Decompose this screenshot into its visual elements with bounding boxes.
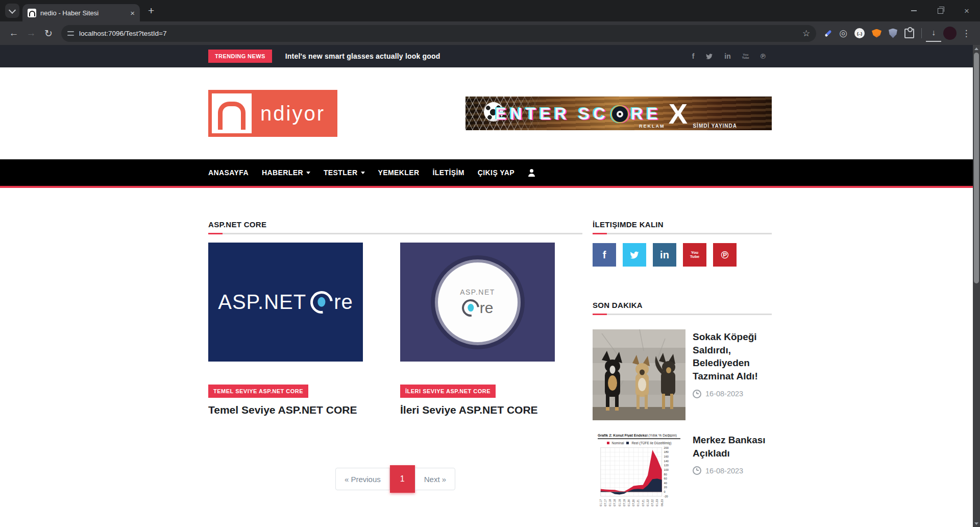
linkedin-button[interactable]: in — [653, 243, 676, 267]
bookmark-star-icon[interactable]: ☆ — [802, 28, 810, 39]
main-nav: ANASAYFA HABERLER TESTLER YEMEKLER İLETİ… — [0, 159, 980, 188]
site-logo[interactable]: ndiyor — [208, 90, 337, 137]
toolbar-divider — [921, 28, 922, 38]
test-card-temel: ASP.NET re TEMEL SEVIYE ASP.NET CORE Tem… — [208, 243, 363, 416]
address-bar[interactable]: localhost:7096/Test?testId=7 ☆ — [61, 25, 816, 42]
tab-search-button[interactable] — [5, 4, 19, 18]
back-button[interactable]: ← — [6, 26, 21, 41]
ad-x-mark: X — [669, 100, 688, 128]
youtube-button[interactable]: YouTube — [683, 243, 706, 267]
forward-button[interactable]: → — [23, 26, 39, 41]
news-image-chart[interactable]: Grafik 2: Konut Fiyat Endeksi (Yıllık % … — [593, 433, 685, 516]
card-category-badge[interactable]: TEMEL SEVIYE ASP.NET CORE — [208, 385, 308, 398]
legend-swatch-reel — [626, 442, 629, 444]
news-image-dogs[interactable] — [593, 329, 685, 420]
page-scrollbar[interactable] — [973, 45, 980, 527]
svg-text:06.23: 06.23 — [660, 499, 664, 507]
aspnet-core-circle-logo: ASP.NET re — [435, 259, 521, 345]
restore-icon — [938, 8, 943, 14]
news-title[interactable]: Merkez Bankası Açıkladı — [693, 434, 772, 460]
ad-banner[interactable]: ENTER SC RE X REKLAM SİMDİ YAYINDA — [465, 97, 772, 130]
news-item-dogs: Sokak Köpeği Saldırdı, Belediyeden Tazmi… — [593, 329, 772, 420]
pagination: « Previous 1 Next » — [208, 465, 582, 493]
svg-text:20: 20 — [664, 486, 667, 489]
menu-kebab-icon[interactable]: ⋮ — [959, 26, 974, 41]
scrollbar-thumb[interactable] — [974, 53, 979, 283]
braces-extension-icon[interactable]: {..} — [854, 28, 865, 38]
site-header: ndiyor ENTER SC RE X REKLAM SİMDİ YAYIND… — [208, 67, 772, 159]
dropdown-caret-icon — [306, 172, 310, 174]
pagination-page-1[interactable]: 1 — [390, 465, 415, 493]
target-extension-icon[interactable]: ◎ — [839, 28, 847, 39]
card-category-badge[interactable]: İLERI SEVIYE ASP.NET CORE — [400, 385, 496, 398]
shield-extension-icon[interactable] — [889, 29, 897, 38]
browser-tab[interactable]: nedio - Haber Sitesi × — [22, 4, 140, 21]
breaking-news-title: SON DAKIKA — [593, 300, 772, 310]
tab-close-icon[interactable]: × — [129, 8, 136, 18]
test-list-column: ASP.NET CORE ASP.NET re TEMEL SEVIYE ASP… — [208, 220, 582, 516]
dropdown-caret-icon — [361, 172, 365, 174]
news-date: 16-08-2023 — [693, 390, 772, 398]
close-button[interactable]: × — [953, 0, 980, 21]
nav-item-anasayfa[interactable]: ANASAYFA — [208, 169, 249, 177]
legend-swatch-nominal — [607, 442, 609, 444]
svg-text:01.21: 01.21 — [637, 499, 640, 507]
profile-avatar[interactable] — [943, 27, 957, 40]
downloads-button[interactable]: ↓ — [926, 25, 941, 42]
nav-item-testler[interactable]: TESTLER — [324, 169, 365, 177]
nav-item-profile[interactable] — [528, 169, 535, 177]
linkedin-icon[interactable]: in — [724, 52, 730, 60]
site-info-icon[interactable] — [67, 31, 74, 36]
aspnet-core-ring-icon — [306, 286, 337, 318]
restore-button[interactable] — [927, 0, 953, 21]
new-tab-button[interactable]: + — [145, 4, 157, 17]
svg-text:07.19: 07.19 — [623, 499, 626, 507]
pagination-next-button[interactable]: Next » — [415, 468, 455, 490]
card-image-aspnet-core[interactable]: ASP.NET re — [208, 243, 363, 362]
mini-chart-title: Grafik 2: Konut Fiyat Endeksi (Yıllık % … — [598, 434, 680, 437]
reload-button[interactable]: ↻ — [41, 26, 56, 41]
svg-text:07.21: 07.21 — [642, 499, 645, 507]
scrollbar-up-arrow[interactable] — [973, 45, 980, 52]
svg-text:01.17: 01.17 — [599, 499, 602, 507]
scrollbar-down-arrow[interactable] — [973, 520, 980, 527]
news-title[interactable]: Sokak Köpeği Saldırdı, Belediyeden Tazmi… — [693, 330, 772, 383]
logo-n-icon — [212, 93, 252, 133]
nav-item-haberler[interactable]: HABERLER — [262, 169, 310, 177]
twitter-button[interactable] — [623, 243, 646, 267]
ad-yayinda-caption: SİMDİ YAYINDA — [693, 123, 737, 129]
ad-club-badge-icon — [611, 105, 629, 123]
twitter-icon[interactable] — [705, 53, 713, 60]
nav-item-cikis-yap[interactable]: ÇIKIŞ YAP — [478, 169, 514, 177]
url-text[interactable]: localhost:7096/Test?testId=7 — [79, 30, 797, 37]
pinterest-button[interactable]: ℗ — [713, 243, 737, 267]
pagination-previous-button[interactable]: « Previous — [335, 468, 390, 490]
mini-chart-legend: Nominal Reel (TÜFE ile Düzeltilmiş) — [598, 441, 680, 445]
eyedropper-extension-icon[interactable] — [825, 30, 832, 37]
window-controls: × — [900, 0, 980, 21]
youtube-icon[interactable]: YouTube — [742, 53, 749, 60]
sidebar-divider — [593, 233, 772, 234]
facebook-button[interactable]: f — [593, 243, 616, 267]
svg-text:07.20: 07.20 — [632, 499, 635, 507]
browser-window: nedio - Haber Sitesi × + × ← → ↻ localho… — [0, 0, 980, 527]
trending-headline[interactable]: Intel's new smart glasses actually look … — [285, 52, 440, 60]
card-image-aspnet-core-circle[interactable]: ASP.NET re — [400, 243, 555, 362]
sidebar-social-buttons: f in YouTube ℗ — [593, 243, 772, 267]
section-title: ASP.NET CORE — [208, 220, 582, 230]
svg-text:160: 160 — [664, 455, 669, 458]
minimize-icon — [911, 10, 917, 11]
card-title[interactable]: İleri Seviye ASP.NET CORE — [400, 404, 555, 416]
svg-text:01.18: 01.18 — [608, 499, 611, 507]
logo-text: ndiyor — [252, 93, 334, 133]
nav-item-yemekler[interactable]: YEMEKLER — [378, 169, 420, 177]
main-content: ASP.NET CORE ASP.NET re TEMEL SEVIYE ASP… — [208, 188, 772, 516]
extensions-puzzle-icon[interactable] — [904, 29, 914, 38]
nav-item-iletisim[interactable]: İLETİŞİM — [433, 169, 464, 177]
facebook-icon[interactable]: f — [692, 52, 695, 60]
svg-text:07.18: 07.18 — [613, 499, 616, 507]
metamask-extension-icon[interactable] — [872, 29, 881, 38]
card-title[interactable]: Temel Seviye ASP.NET CORE — [208, 404, 363, 416]
pinterest-icon[interactable]: ℗ — [761, 52, 766, 60]
minimize-button[interactable] — [900, 0, 927, 21]
